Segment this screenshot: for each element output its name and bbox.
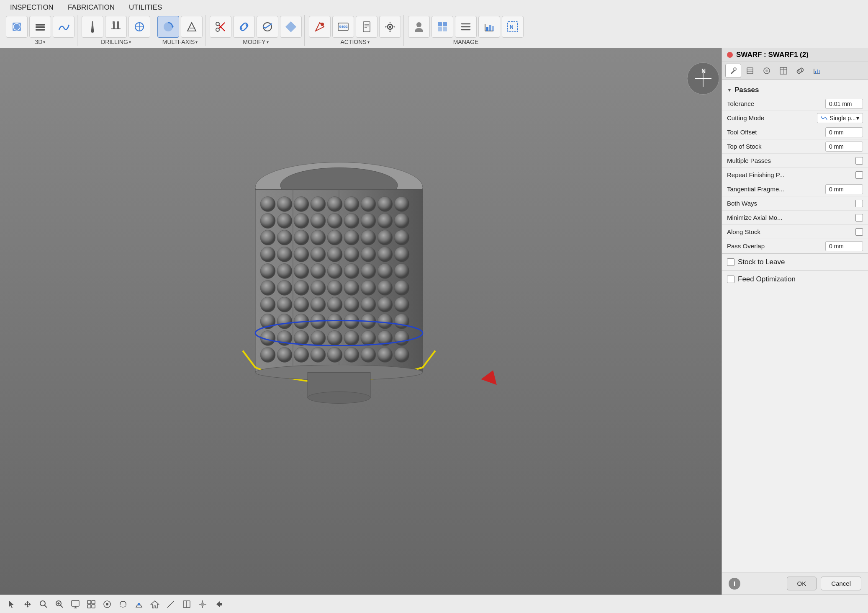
bottom-cursor-icon[interactable] bbox=[5, 598, 18, 611]
bottom-home-icon[interactable] bbox=[148, 598, 162, 611]
toolbar-group-modify-label[interactable]: MODIFY ▾ bbox=[243, 39, 268, 45]
chevron-down-icon: ▾ bbox=[43, 40, 45, 44]
svg-rect-34 bbox=[438, 22, 442, 26]
minimize-axial-checkbox[interactable] bbox=[855, 214, 863, 222]
repeat-finishing-checkbox[interactable] bbox=[855, 171, 863, 179]
passes-section-header[interactable]: ▼ Passes bbox=[722, 83, 868, 97]
toolbar-btn-manage-1[interactable] bbox=[408, 16, 430, 38]
svg-rect-27 bbox=[363, 22, 370, 32]
svg-rect-40 bbox=[486, 27, 488, 31]
param-row-cutting-mode: Cutting Mode Single p... ▾ bbox=[722, 111, 868, 125]
panel-tab-tool[interactable] bbox=[725, 64, 741, 78]
panel-tab-material[interactable] bbox=[742, 64, 758, 78]
toolbar-btn-link[interactable] bbox=[233, 16, 255, 38]
bottom-arrow-left-icon[interactable] bbox=[212, 598, 225, 611]
toolbar-btn-sheet[interactable] bbox=[356, 16, 378, 38]
toolbar-group-drilling-label[interactable]: DRILLING ▾ bbox=[101, 39, 131, 45]
tab-inspection[interactable]: INSPECTION bbox=[3, 2, 60, 13]
svg-rect-4 bbox=[36, 29, 45, 31]
svg-point-64 bbox=[311, 214, 326, 229]
toolbar-group-3d-label[interactable]: 3D ▾ bbox=[35, 39, 46, 45]
along-stock-checkbox[interactable] bbox=[855, 228, 863, 236]
tab-fabrication[interactable]: FABRICATION bbox=[61, 2, 121, 13]
svg-point-91 bbox=[311, 264, 326, 279]
info-icon[interactable]: i bbox=[729, 578, 740, 590]
tolerance-value[interactable]: 0.01 mm bbox=[825, 99, 863, 109]
svg-point-71 bbox=[277, 230, 292, 245]
svg-point-108 bbox=[294, 297, 309, 312]
bottom-grid-icon[interactable] bbox=[85, 598, 98, 611]
cancel-button[interactable]: Cancel bbox=[821, 577, 861, 590]
chevron-down-icon-5: ▾ bbox=[367, 40, 370, 44]
svg-point-59 bbox=[378, 197, 393, 212]
bottom-section-icon[interactable] bbox=[180, 598, 193, 611]
toolbar-btn-multiaxis-2[interactable] bbox=[181, 16, 203, 38]
svg-point-133 bbox=[260, 348, 275, 363]
toolbar-btn-manage-4[interactable] bbox=[478, 16, 500, 38]
bottom-display-mode-icon[interactable] bbox=[69, 598, 82, 611]
svg-point-141 bbox=[394, 348, 409, 363]
toolbar-btn-gear-op[interactable] bbox=[379, 16, 401, 38]
bottom-orbit-icon[interactable] bbox=[116, 598, 130, 611]
toolbar-btn-scissors[interactable] bbox=[210, 16, 231, 38]
multiple-passes-checkbox[interactable] bbox=[855, 157, 863, 165]
bottom-animate-icon[interactable] bbox=[132, 598, 146, 611]
panel-tab-chart[interactable] bbox=[809, 64, 825, 78]
toolbar-btn-3d-3[interactable] bbox=[53, 16, 74, 38]
toolbar-btn-3d-1[interactable] bbox=[6, 16, 28, 38]
panel-tab-table[interactable] bbox=[776, 64, 791, 78]
bottom-pan-icon[interactable] bbox=[21, 598, 34, 611]
panel-header: SWARF : SWARF1 (2) bbox=[722, 48, 868, 80]
toolbar-btn-target[interactable] bbox=[257, 16, 278, 38]
toolbar-group-multiaxis: MULTI-AXIS ▾ bbox=[155, 15, 205, 46]
svg-point-76 bbox=[361, 230, 376, 245]
toolbar-btn-manage-5[interactable]: N bbox=[502, 16, 524, 38]
toolbar-btn-diamond[interactable] bbox=[280, 16, 302, 38]
bottom-zoom-fit-icon[interactable] bbox=[37, 598, 50, 611]
toolbar-btn-g1g2[interactable]: G1G2 bbox=[332, 16, 354, 38]
svg-line-182 bbox=[167, 606, 169, 608]
pass-overlap-value[interactable]: 0 mm bbox=[825, 241, 863, 251]
toolbar-btn-drilling-3[interactable] bbox=[128, 16, 150, 38]
toolbar-btn-3d-2[interactable] bbox=[29, 16, 51, 38]
svg-point-88 bbox=[260, 264, 275, 279]
top-of-stock-value[interactable]: 0 mm bbox=[825, 142, 863, 152]
panel-footer: i OK Cancel bbox=[722, 572, 868, 595]
panel-tab-geometry[interactable] bbox=[759, 64, 775, 78]
bottom-zoom-window-icon[interactable] bbox=[53, 598, 66, 611]
bottom-snap-icon[interactable] bbox=[100, 598, 114, 611]
svg-point-57 bbox=[344, 197, 359, 212]
both-ways-checkbox[interactable] bbox=[855, 200, 863, 207]
ok-button[interactable]: OK bbox=[787, 577, 817, 590]
svg-point-66 bbox=[344, 214, 359, 229]
tab-utilities[interactable]: UTILITIES bbox=[122, 2, 169, 13]
svg-point-77 bbox=[378, 230, 393, 245]
toolbar-btn-drilling-1[interactable] bbox=[82, 16, 103, 38]
toolbar-group-actions-label[interactable]: ACTIONS ▾ bbox=[340, 39, 369, 45]
chevron-down-icon-3: ▾ bbox=[195, 40, 198, 44]
toolbar-group-multiaxis-label[interactable]: MULTI-AXIS ▾ bbox=[162, 39, 198, 45]
cutting-mode-dropdown[interactable]: Single p... ▾ bbox=[817, 113, 863, 123]
tool-offset-value[interactable]: 0 mm bbox=[825, 127, 863, 137]
bottom-measure-icon[interactable] bbox=[164, 598, 177, 611]
svg-point-85 bbox=[361, 247, 376, 262]
svg-point-72 bbox=[294, 230, 309, 245]
svg-point-122 bbox=[378, 314, 393, 329]
toolbar-btn-manage-3[interactable] bbox=[455, 16, 477, 38]
toolbar-btn-multiaxis-1[interactable] bbox=[157, 16, 179, 38]
toolbar-btn-manage-2[interactable] bbox=[431, 16, 453, 38]
svg-point-119 bbox=[327, 314, 342, 329]
panel-tab-link[interactable] bbox=[792, 64, 808, 78]
svg-point-23 bbox=[321, 23, 324, 26]
stock-to-leave-checkbox[interactable] bbox=[727, 258, 734, 266]
toolbar-btn-actions-1[interactable] bbox=[309, 16, 331, 38]
viewport[interactable]: N bbox=[0, 48, 722, 595]
feed-optimization-checkbox[interactable] bbox=[727, 276, 734, 283]
toolbar-btn-drilling-2[interactable] bbox=[105, 16, 127, 38]
tangential-value[interactable]: 0 mm bbox=[825, 184, 863, 194]
svg-point-62 bbox=[277, 214, 292, 229]
bottom-explode-icon[interactable] bbox=[196, 598, 209, 611]
toolbar-group-modify: MODIFY ▾ bbox=[207, 15, 305, 46]
svg-point-112 bbox=[361, 297, 376, 312]
svg-point-80 bbox=[277, 247, 292, 262]
